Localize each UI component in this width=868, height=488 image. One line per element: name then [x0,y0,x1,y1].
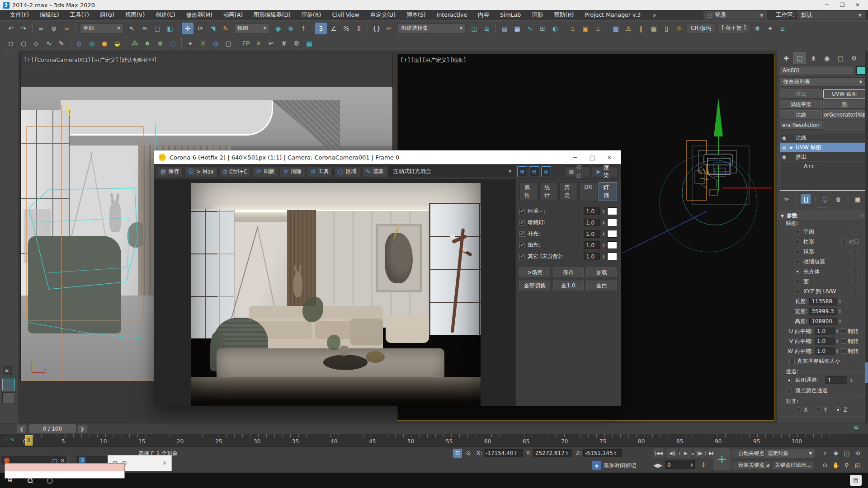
display-tab[interactable]: ▢ [834,52,847,64]
cut-icon[interactable]: ✂ [265,38,277,49]
make-unique-icon[interactable]: ⧬ [820,194,830,204]
mapping-radio-row[interactable]: 柱形 封口 [783,237,862,247]
field-of-view-icon[interactable]: ⊙ [820,460,830,470]
vfb-region-button[interactable]: ▢ 区域 [335,166,360,177]
manipulate-icon[interactable]: ↑ [297,23,309,34]
edit-selection-icon[interactable]: ✂ [383,23,395,34]
menu-item[interactable]: 帮助(H) [548,11,579,19]
separator[interactable] [70,38,71,47]
vfb-tab[interactable]: 灯混 [599,182,617,201]
measure-icon[interactable]: ⌖ [184,38,196,49]
menu-item[interactable]: 工具(T) [65,11,94,19]
viewport-layout-tab-a[interactable] [2,379,15,390]
menu-item[interactable]: 脚本(S) [401,11,431,19]
radio-icon[interactable] [795,249,800,254]
vfb-tab[interactable]: 属性 [519,182,538,201]
zoom-extents-icon[interactable]: ⌕ [820,448,830,458]
separator[interactable] [181,38,182,47]
lightmix-checkbox[interactable] [519,254,525,259]
menu-item[interactable]: 视图(V) [120,11,150,19]
viewport-top-label[interactable]: [+] [顶] [用户定义] [线框] [401,56,466,64]
lightmix-color-swatch[interactable] [607,219,617,226]
menu-item[interactable]: Project Manager v.3 [579,11,646,19]
snowflake-plugin-icon[interactable]: ❄ [752,23,764,34]
current-frame-field[interactable]: 0▲▼ [665,460,695,469]
tiling-input[interactable]: 1.0 [815,347,835,355]
toolbar-grip[interactable]: ⋮⋮ [0,51,18,57]
menu-item[interactable]: 动画(A) [218,11,248,19]
placement-tool-icon[interactable]: ✎ [220,23,231,34]
menu-item[interactable]: 内容 [472,11,495,19]
separator[interactable] [126,38,126,47]
list-view-icon[interactable]: ▤ [303,38,315,49]
flip-checkbox[interactable]: 翻转 [841,347,859,355]
playback-button[interactable]: ||▶ [693,448,705,458]
mapping-radio-row[interactable]: 球形 [783,247,862,257]
point-icon[interactable]: ● [99,38,110,49]
select-object-icon[interactable]: ↖ [126,23,138,34]
expand-arrow-icon[interactable]: ▶ [790,145,794,150]
spinner-icon[interactable]: ▲▼ [603,243,604,248]
angle-snap-icon[interactable]: ∠ [328,23,340,34]
vfb-tab[interactable]: DR [579,182,597,201]
spinner-icon[interactable]: ▲▼ [836,329,838,333]
percent-snap-icon[interactable]: % [340,23,352,34]
mapping-radio-row[interactable]: 长方体 [783,267,862,277]
map-channel-radio[interactable]: 贴图通道: 1 ▲▼ [783,375,862,385]
pillars-icon[interactable]: ‖ [635,23,647,34]
scale-tool-icon[interactable]: ◥ [207,23,219,34]
lightmix-value-field[interactable]: 1.0 [584,207,600,215]
light-create-icon[interactable]: ☼ [197,38,209,49]
select-by-name-icon[interactable]: ≡ [139,23,151,34]
mapping-radio-row[interactable]: 收缩包裹 [783,257,862,267]
menu-item[interactable]: 渲染(R) [296,11,326,19]
vfb-copy-button[interactable]: ⧉ Ctrl+C [219,166,251,177]
lightmix-checkbox[interactable] [519,231,525,237]
bind-spacewarp-icon[interactable]: ≈ [61,23,72,34]
plant-icon[interactable]: ✳ [253,38,264,49]
layout-icon[interactable]: ▦ [648,23,660,34]
separator[interactable] [495,23,496,33]
vfb-close-button[interactable]: ✕ [603,154,616,161]
door-icon[interactable]: ▯ [660,23,672,34]
lightmix-button[interactable]: 加载 [586,267,617,278]
corona-vfb-window[interactable]: Corona 6 (Hotfix 2) | 640×501px (1:1) | … [154,150,621,406]
isolate-selection-icon[interactable]: ⊡ [453,449,462,458]
lightmix-checkbox[interactable] [519,243,525,248]
rect-select-icon[interactable]: ◻ [5,38,17,49]
spinner-icon[interactable]: ▲▼ [839,319,841,324]
warning-icon[interactable]: ⚠ [623,23,634,34]
map-channel-input[interactable]: 1 [826,376,847,384]
viewport-layout-tab-b[interactable] [2,392,15,404]
vfb-render-button[interactable]: ▶渲染 [592,166,618,177]
vfb-zoom-in-icon[interactable]: ⊕ [517,166,527,177]
pivot-icon[interactable]: ⊕ [285,23,297,34]
show-end-result-icon[interactable]: ∐ [801,194,811,204]
spinner-icon[interactable]: ▲▼ [839,299,841,304]
material-editor-icon[interactable]: ◐ [549,23,561,34]
grid-helper-icon[interactable]: # [278,38,290,49]
lightmix-button[interactable]: 全白 [586,281,617,291]
menu-item[interactable]: SimLab [495,11,526,19]
add-time-tag[interactable]: ◈ 添加时间标记 [592,461,636,470]
separator[interactable] [564,23,564,33]
populate-icon[interactable]: ◌ [167,38,179,49]
spinner-icon[interactable]: ▲▼ [839,309,841,314]
zoom-all-icon[interactable]: ✥ [831,448,841,458]
playback-button[interactable]: ▶ [680,448,692,458]
lightmix-checkbox[interactable] [519,220,525,225]
close-button[interactable]: ✕ [850,2,865,8]
turbosmooth-preset-button[interactable]: 涡轮平滑 [780,100,822,109]
vfb-minimize-button[interactable]: ─ [568,154,582,161]
radio-icon[interactable] [795,269,800,274]
scatter-icon[interactable]: ⁂ [129,38,141,49]
tray-input-icon[interactable]: ▤ [850,475,862,486]
fence-select-icon[interactable]: ◇ [30,38,42,49]
set-key-big-button[interactable]: + [713,448,731,470]
radio-icon[interactable] [795,229,800,235]
panel-divider[interactable]: ⬝⬝⬝⬝⬝⬝ [777,206,868,211]
unlink-icon[interactable]: ⊘ [48,23,60,34]
sphere-primitive-icon[interactable]: ⊙ [73,38,85,49]
x-coordinate-field[interactable]: -17154.40▲▼ [484,449,523,457]
bird-plugin-icon[interactable]: ✦ [764,23,776,34]
